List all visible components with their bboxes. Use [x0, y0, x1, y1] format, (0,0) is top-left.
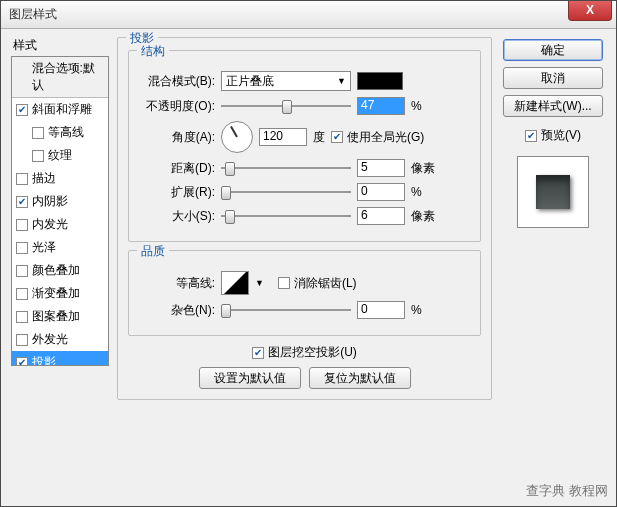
opacity-label: 不透明度(O): [139, 98, 215, 115]
style-item-label: 内发光 [32, 216, 68, 233]
spread-row: 扩展(R): 0 % [139, 183, 470, 201]
right-column: 确定 取消 新建样式(W)... 预览(V) [500, 37, 606, 496]
angle-unit: 度 [313, 129, 325, 146]
default-buttons-row: 设置为默认值 复位为默认值 [128, 367, 481, 389]
close-button[interactable]: X [568, 1, 612, 21]
size-unit: 像素 [411, 208, 435, 225]
style-item-label: 等高线 [48, 124, 84, 141]
center-column: 投影 结构 混合模式(B): 正片叠底 ▼ 不透明度(O): [117, 37, 492, 496]
style-item[interactable]: 渐变叠加 [12, 282, 108, 305]
quality-group: 品质 等高线: ▼ 消除锯齿(L) 杂色(N): [128, 250, 481, 336]
knockout-checkbox[interactable]: 图层挖空投影(U) [252, 344, 357, 361]
size-slider[interactable] [221, 208, 351, 224]
noise-row: 杂色(N): 0 % [139, 301, 470, 319]
spread-input[interactable]: 0 [357, 183, 405, 201]
checkbox-icon[interactable] [16, 357, 28, 367]
blend-mode-label: 混合模式(B): [139, 73, 215, 90]
reset-default-button[interactable]: 复位为默认值 [309, 367, 411, 389]
global-light-checkbox[interactable]: 使用全局光(G) [331, 129, 424, 146]
checkbox-icon[interactable] [16, 219, 28, 231]
blend-options-header[interactable]: 混合选项:默认 [12, 57, 108, 98]
blend-mode-select[interactable]: 正片叠底 ▼ [221, 71, 351, 91]
layer-style-dialog: 图层样式 X 样式 混合选项:默认 斜面和浮雕等高线纹理描边内阴影内发光光泽颜色… [0, 0, 617, 507]
preview-label: 预览(V) [541, 127, 581, 144]
style-item-label: 描边 [32, 170, 56, 187]
style-item-label: 光泽 [32, 239, 56, 256]
opacity-row: 不透明度(O): 47 % [139, 97, 470, 115]
style-item[interactable]: 斜面和浮雕 [12, 98, 108, 121]
contour-dropdown-icon[interactable]: ▼ [255, 278, 264, 288]
knockout-row: 图层挖空投影(U) [128, 344, 481, 361]
distance-input[interactable]: 5 [357, 159, 405, 177]
checkbox-icon[interactable] [16, 265, 28, 277]
checkbox-icon [278, 277, 290, 289]
style-item[interactable]: 内阴影 [12, 190, 108, 213]
structure-title: 结构 [137, 43, 169, 60]
checkbox-icon[interactable] [16, 173, 28, 185]
style-item[interactable]: 等高线 [12, 121, 108, 144]
preview-swatch [517, 156, 589, 228]
noise-input[interactable]: 0 [357, 301, 405, 319]
noise-unit: % [411, 303, 422, 317]
spread-slider[interactable] [221, 184, 351, 200]
checkbox-icon[interactable] [16, 311, 28, 323]
checkbox-icon [331, 131, 343, 143]
distance-slider[interactable] [221, 160, 351, 176]
contour-label: 等高线: [139, 275, 215, 292]
size-row: 大小(S): 6 像素 [139, 207, 470, 225]
blend-mode-value: 正片叠底 [226, 73, 274, 90]
size-label: 大小(S): [139, 208, 215, 225]
style-item[interactable]: 光泽 [12, 236, 108, 259]
ok-button[interactable]: 确定 [503, 39, 603, 61]
contour-picker[interactable] [221, 271, 249, 295]
size-input[interactable]: 6 [357, 207, 405, 225]
style-item[interactable]: 内发光 [12, 213, 108, 236]
opacity-slider[interactable] [221, 98, 351, 114]
distance-row: 距离(D): 5 像素 [139, 159, 470, 177]
style-item[interactable]: 描边 [12, 167, 108, 190]
make-default-button[interactable]: 设置为默认值 [199, 367, 301, 389]
angle-dial[interactable] [221, 121, 253, 153]
angle-label: 角度(A): [139, 129, 215, 146]
checkbox-icon[interactable] [16, 242, 28, 254]
new-style-button[interactable]: 新建样式(W)... [503, 95, 603, 117]
dialog-body: 样式 混合选项:默认 斜面和浮雕等高线纹理描边内阴影内发光光泽颜色叠加渐变叠加图… [1, 29, 616, 506]
preview-inner [536, 175, 570, 209]
distance-unit: 像素 [411, 160, 435, 177]
style-item[interactable]: 图案叠加 [12, 305, 108, 328]
style-item[interactable]: 外发光 [12, 328, 108, 351]
style-item-label: 内阴影 [32, 193, 68, 210]
style-item-label: 外发光 [32, 331, 68, 348]
style-item[interactable]: 颜色叠加 [12, 259, 108, 282]
titlebar: 图层样式 X [1, 1, 616, 29]
angle-row: 角度(A): 120 度 使用全局光(G) [139, 121, 470, 153]
checkbox-icon[interactable] [32, 127, 44, 139]
checkbox-icon [525, 130, 537, 142]
style-item[interactable]: 纹理 [12, 144, 108, 167]
style-item-label: 纹理 [48, 147, 72, 164]
spread-unit: % [411, 185, 422, 199]
antialias-checkbox[interactable]: 消除锯齿(L) [278, 275, 357, 292]
shadow-color-swatch[interactable] [357, 72, 403, 90]
style-list: 混合选项:默认 斜面和浮雕等高线纹理描边内阴影内发光光泽颜色叠加渐变叠加图案叠加… [11, 56, 109, 366]
style-item-label: 投影 [32, 354, 56, 366]
opacity-unit: % [411, 99, 422, 113]
angle-input[interactable]: 120 [259, 128, 307, 146]
checkbox-icon[interactable] [16, 196, 28, 208]
spread-label: 扩展(R): [139, 184, 215, 201]
styles-label: 样式 [11, 37, 109, 54]
window-title: 图层样式 [9, 6, 57, 23]
drop-shadow-group: 投影 结构 混合模式(B): 正片叠底 ▼ 不透明度(O): [117, 37, 492, 400]
checkbox-icon[interactable] [32, 150, 44, 162]
checkbox-icon[interactable] [16, 104, 28, 116]
preview-checkbox[interactable]: 预览(V) [525, 127, 581, 144]
cancel-button[interactable]: 取消 [503, 67, 603, 89]
style-item-label: 斜面和浮雕 [32, 101, 92, 118]
checkbox-icon[interactable] [16, 288, 28, 300]
opacity-input[interactable]: 47 [357, 97, 405, 115]
checkbox-icon[interactable] [16, 334, 28, 346]
blend-mode-row: 混合模式(B): 正片叠底 ▼ [139, 71, 470, 91]
style-item[interactable]: 投影 [12, 351, 108, 366]
quality-title: 品质 [137, 243, 169, 260]
noise-slider[interactable] [221, 302, 351, 318]
